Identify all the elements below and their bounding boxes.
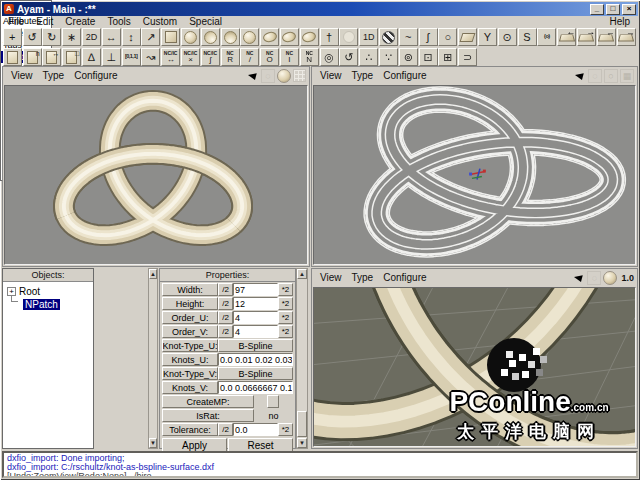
double-button[interactable]: *2 (278, 297, 293, 310)
wire-toggle-icon[interactable]: ◌ (261, 69, 275, 83)
view-menu-view[interactable]: View (315, 70, 347, 81)
rotate-cw-icon[interactable]: ↻ (42, 28, 61, 46)
create-cap-icon[interactable]: ⇀ (577, 28, 596, 46)
rotate-ccw-icon[interactable]: ↺ (23, 28, 42, 46)
create-pointlight-icon[interactable]: † (320, 28, 339, 46)
coarsen-curve-icon[interactable]: NC/ (240, 48, 259, 66)
move-2d-icon[interactable]: 2D (82, 28, 101, 46)
create-icurve-icon[interactable]: ʃ (419, 28, 438, 46)
grid-toggle-icon[interactable]: ▦ (620, 69, 634, 83)
console-log[interactable]: dxfio_import: Done importing;dxfio_impor… (2, 451, 638, 478)
minimize-button[interactable]: _ (590, 4, 604, 15)
move-icon[interactable]: + (3, 28, 22, 46)
concat-curves-icon[interactable]: NC/IC↔ (161, 48, 180, 66)
double-button[interactable]: *2 (278, 325, 293, 338)
value-entry[interactable]: 0.0 (233, 423, 278, 436)
scale-points-icon[interactable]: ∴ (359, 48, 378, 66)
properties-scrollbar[interactable]: ▲ ▼ (296, 268, 308, 449)
edit-points-icon[interactable]: ⊥ (102, 48, 121, 66)
create-cylinder-icon[interactable] (240, 28, 259, 46)
select-points-icon[interactable]: ⊞ (438, 48, 457, 66)
viewport-wireframe-knot[interactable] (313, 85, 636, 265)
menu-help[interactable]: Help (601, 16, 638, 27)
choice-button[interactable]: B-Spline (218, 339, 293, 352)
halve-button[interactable]: /2 (218, 325, 233, 338)
tree-npatch-label[interactable]: NPatch (23, 299, 60, 310)
maximize-button[interactable]: □ (606, 4, 620, 15)
value-entry[interactable]: 4 (233, 325, 278, 338)
halve-button[interactable]: /2 (218, 283, 233, 296)
tree-item-npatch[interactable]: NPatch (7, 298, 93, 311)
shade-toggle-icon[interactable] (277, 69, 291, 83)
create-disk-icon[interactable] (201, 28, 220, 46)
viewport-shaded-knot[interactable] (4, 85, 308, 265)
menu-tools[interactable]: Tools (101, 16, 136, 27)
menu-file[interactable]: File (2, 16, 30, 27)
shade-toggle-icon[interactable]: ○ (604, 69, 618, 83)
view-menu-type[interactable]: Type (38, 70, 70, 81)
tag-points-icon[interactable]: ↝ (141, 48, 160, 66)
create-hyperboloid-icon[interactable] (300, 28, 319, 46)
create-text-icon[interactable]: ⇁ (617, 28, 636, 46)
value-entry[interactable]: 0.0 0.01 0.02 0.03 (218, 353, 293, 366)
scroll-down-icon[interactable]: ▼ (297, 438, 307, 448)
view-menu-configure[interactable]: Configure (378, 70, 431, 81)
undo-icon[interactable]: ⊃ (458, 48, 477, 66)
snap-points-icon[interactable]: ⊡ (419, 48, 438, 66)
create-light-icon-disabled[interactable] (339, 28, 358, 46)
value-entry[interactable]: 97 (233, 283, 278, 296)
create-sphere-icon[interactable] (181, 28, 200, 46)
create-sweep-icon[interactable]: S (518, 28, 537, 46)
pin-view-icon[interactable] (574, 273, 584, 282)
create-extrude-icon[interactable]: ⊙ (498, 28, 517, 46)
halve-button[interactable]: /2 (218, 297, 233, 310)
elevate-curve-icon[interactable]: NCI (280, 48, 299, 66)
trim-curve-icon[interactable]: NC/ICʃ (201, 48, 220, 66)
create-revolve-icon[interactable]: Y (478, 28, 497, 46)
viewport-perspective-knot[interactable]: PConline.com.cn 太平洋电脑网 (313, 287, 636, 447)
create-gordon-icon[interactable]: ↽ (597, 28, 616, 46)
tree-root-label[interactable]: Root (19, 286, 40, 297)
create-cone-icon[interactable] (221, 28, 240, 46)
wire-toggle-icon[interactable]: ◌ (587, 271, 601, 285)
pin-view-icon[interactable] (574, 71, 584, 80)
move-y-icon[interactable]: ↕ (122, 28, 141, 46)
value-entry[interactable]: 12 (233, 297, 278, 310)
scale-3d-icon[interactable]: ∗ (62, 28, 81, 46)
wire-toggle-icon[interactable]: ◌ (588, 69, 602, 83)
view-menu-type[interactable]: Type (347, 272, 379, 283)
close-curve-icon[interactable]: NCO (260, 48, 279, 66)
shade-toggle-icon[interactable] (603, 271, 617, 285)
grid-toggle-icon[interactable] (293, 69, 306, 82)
instance-object-icon[interactable]: □ (62, 48, 81, 66)
multiply-points-icon[interactable]: ∵ (379, 48, 398, 66)
create-ncircle-icon[interactable]: ○ (438, 28, 457, 46)
scroll-down-icon[interactable]: ▼ (149, 438, 157, 448)
refine-curve-icon[interactable]: NCR (221, 48, 240, 66)
list-scrollbar[interactable]: ▲ ▼ (148, 268, 158, 449)
paste-object-icon[interactable]: n (23, 48, 42, 66)
choice-button[interactable]: B-Spline (218, 367, 293, 380)
halve-button[interactable]: /2 (218, 423, 233, 436)
camera-icon[interactable]: ◎ (320, 48, 339, 66)
scrollbar-thumb[interactable] (297, 411, 307, 437)
reverse-curve-icon[interactable]: NCN (300, 48, 319, 66)
close-button[interactable]: × (622, 4, 636, 15)
split-curve-icon[interactable]: NC/IC× (181, 48, 200, 66)
create-birail-icon[interactable]: (o) (537, 28, 556, 46)
center-points-icon[interactable]: ⊚ (399, 48, 418, 66)
double-button[interactable]: *2 (278, 423, 293, 436)
rotate-points-icon[interactable]: ↺ (339, 48, 358, 66)
value-entry[interactable]: 4 (233, 311, 278, 324)
checkbox[interactable] (267, 395, 279, 408)
halve-button[interactable]: /2 (218, 311, 233, 324)
pin-view-icon[interactable] (247, 71, 257, 80)
convert-object-icon[interactable]: ∆ (82, 48, 101, 66)
title-bar[interactable]: A Ayam - Main - :** _□× (2, 2, 638, 16)
tree-expander-icon[interactable]: + (7, 287, 16, 296)
menu-edit[interactable]: Edit (30, 16, 59, 27)
tree-item-root[interactable]: + Root (7, 285, 93, 298)
create-torus-icon[interactable] (260, 28, 279, 46)
view-menu-type[interactable]: Type (347, 70, 379, 81)
double-button[interactable]: *2 (278, 283, 293, 296)
